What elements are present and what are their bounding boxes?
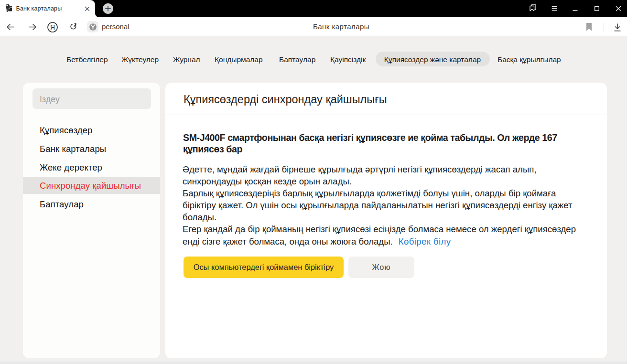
svg-text:Я: Я <box>50 23 55 31</box>
